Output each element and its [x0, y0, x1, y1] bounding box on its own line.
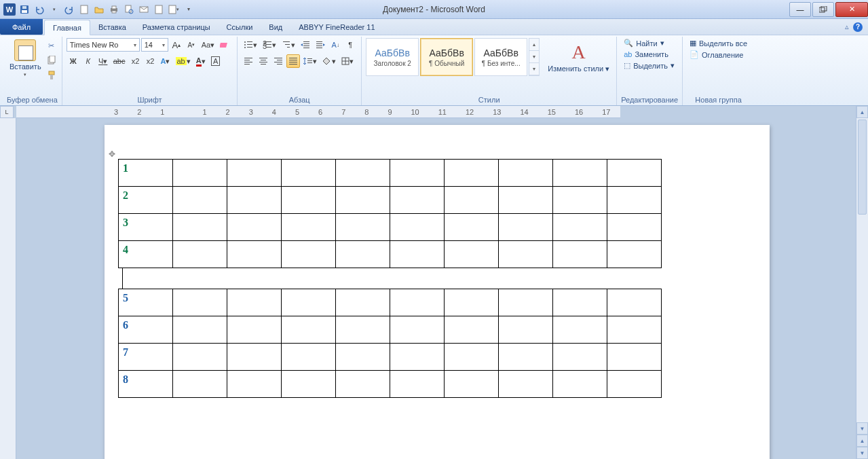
line-spacing-button[interactable]: ▾ — [301, 54, 319, 68]
group-editing: 🔍Найти ▾ abЗаменить ⬚Выделить ▾ Редактир… — [617, 37, 683, 105]
decrease-indent-button[interactable] — [299, 38, 312, 52]
tab-home[interactable]: Главная — [44, 20, 90, 35]
ribbon: Вставить ▾ ✂ Буфер обмена Times New Ro▾ … — [0, 35, 868, 106]
svg-rect-30 — [266, 47, 271, 48]
svg-rect-53 — [277, 64, 282, 65]
doc-dropdown-icon[interactable]: ▾ — [167, 3, 181, 16]
svg-rect-35 — [303, 43, 309, 44]
svg-rect-13 — [821, 6, 827, 11]
styles-more-button[interactable]: ▴▾▾ — [529, 38, 540, 76]
change-styles-label: Изменить стили ▾ — [548, 65, 609, 73]
tab-view[interactable]: Вид — [261, 19, 290, 35]
svg-rect-1 — [22, 10, 27, 13]
justify-button[interactable] — [286, 54, 300, 68]
find-button[interactable]: 🔍Найти ▾ — [621, 38, 678, 48]
svg-rect-7 — [126, 5, 131, 12]
svg-rect-47 — [261, 60, 266, 60]
tab-insert[interactable]: Вставка — [90, 19, 134, 35]
paste-button[interactable]: Вставить ▾ — [7, 38, 44, 79]
print-preview-icon[interactable] — [122, 3, 136, 16]
svg-rect-5 — [112, 6, 116, 9]
blank-icon[interactable] — [152, 3, 166, 16]
bold-button[interactable]: Ж — [67, 54, 80, 68]
save-icon[interactable] — [18, 3, 31, 16]
svg-rect-40 — [316, 45, 322, 46]
align-right-button[interactable] — [271, 54, 285, 68]
change-styles-button[interactable]: A Изменить стили ▾ — [545, 40, 612, 74]
shading-button[interactable]: ▾ — [320, 54, 338, 68]
toc-button[interactable]: 📄Оглавление — [687, 50, 750, 60]
increase-indent-button[interactable] — [314, 38, 327, 52]
font-color-button[interactable]: A▾ — [194, 54, 208, 68]
subscript-button[interactable]: x2 — [129, 54, 143, 68]
cut-icon[interactable]: ✂ — [45, 39, 58, 52]
svg-rect-6 — [112, 11, 116, 13]
superscript-button[interactable]: x2 — [144, 54, 157, 68]
show-marks-button[interactable]: ¶ — [343, 38, 357, 52]
text-effects-button[interactable]: A▾ — [159, 54, 172, 68]
svg-rect-3 — [81, 5, 88, 14]
numbering-button[interactable]: 123▾ — [261, 38, 278, 52]
restore-button[interactable] — [812, 2, 834, 17]
undo-dropdown-icon[interactable]: ▾ — [48, 3, 61, 16]
group-styles: АаБбВв Заголовок 2 АаБбВв ¶ Обычный АаБб… — [362, 37, 617, 105]
svg-point-23 — [244, 47, 246, 48]
select-all-button[interactable]: ▦Выделить все — [687, 38, 750, 48]
align-center-button[interactable] — [257, 54, 270, 68]
qat-customize-icon[interactable]: ▾ — [182, 3, 195, 16]
redo-icon[interactable] — [62, 3, 76, 16]
svg-rect-55 — [289, 60, 297, 60]
svg-rect-32 — [285, 44, 290, 45]
quick-print-icon[interactable] — [107, 3, 121, 16]
svg-rect-56 — [289, 62, 297, 62]
minimize-button[interactable]: — — [789, 2, 811, 17]
multilevel-button[interactable]: ▾ — [280, 38, 297, 52]
tab-abbyy[interactable]: ABBYY FineReader 11 — [290, 19, 383, 35]
svg-rect-11 — [169, 5, 176, 14]
help-icon[interactable]: ? — [853, 22, 863, 32]
svg-rect-24 — [247, 47, 252, 48]
sort-button[interactable]: A↓ — [328, 38, 342, 52]
strike-button[interactable]: abc — [111, 54, 128, 68]
svg-rect-33 — [287, 47, 290, 48]
align-left-button[interactable] — [242, 54, 255, 68]
tab-file[interactable]: Файл — [0, 19, 43, 35]
grow-font-button[interactable]: A▴ — [170, 38, 183, 52]
format-painter-icon[interactable] — [45, 69, 58, 81]
svg-rect-2 — [22, 6, 26, 9]
clear-format-button[interactable] — [218, 38, 233, 52]
copy-icon[interactable] — [45, 54, 58, 67]
minimize-ribbon-icon[interactable]: ▵ — [845, 22, 849, 31]
style-heading2[interactable]: АаБбВв Заголовок 2 — [366, 38, 419, 76]
new-doc-icon[interactable] — [77, 3, 91, 16]
replace-button[interactable]: abЗаменить — [621, 50, 678, 59]
group-newgroup: ▦Выделить все 📄Оглавление Новая группа — [683, 37, 754, 105]
mail-icon[interactable] — [137, 3, 151, 16]
svg-rect-31 — [283, 41, 290, 42]
group-clipboard-label: Буфер обмена — [7, 94, 58, 105]
select-button[interactable]: ⬚Выделить ▾ — [621, 60, 678, 71]
underline-button[interactable]: Ч▾ — [96, 54, 110, 68]
shrink-font-button[interactable]: A▾ — [185, 38, 198, 52]
font-size-combo[interactable]: 14▾ — [141, 38, 168, 52]
quick-access-toolbar: W ▾ ▾ ▾ — [0, 3, 198, 16]
open-icon[interactable] — [92, 3, 106, 16]
highlight-button[interactable]: ab▾ — [174, 54, 193, 68]
borders-button[interactable]: ▾ — [339, 54, 356, 68]
undo-icon[interactable] — [33, 3, 46, 16]
close-button[interactable]: ✕ — [835, 2, 868, 17]
svg-rect-42 — [244, 58, 252, 58]
italic-button[interactable]: К — [81, 54, 95, 68]
enclose-char-button[interactable]: A — [209, 54, 223, 68]
svg-rect-59 — [307, 60, 312, 61]
tab-layout[interactable]: Разметка страницы — [134, 19, 219, 35]
tab-references[interactable]: Ссылки — [219, 19, 261, 35]
style-nospacing[interactable]: АаБбВв ¶ Без инте... — [474, 38, 527, 76]
style-normal[interactable]: АаБбВв ¶ Обычный — [420, 38, 473, 76]
bullets-button[interactable]: ▾ — [242, 38, 259, 52]
change-case-button[interactable]: Aa▾ — [200, 38, 216, 52]
font-name-combo[interactable]: Times New Ro▾ — [67, 38, 140, 52]
svg-rect-45 — [244, 64, 250, 65]
svg-rect-16 — [49, 71, 54, 75]
svg-rect-15 — [50, 56, 55, 62]
